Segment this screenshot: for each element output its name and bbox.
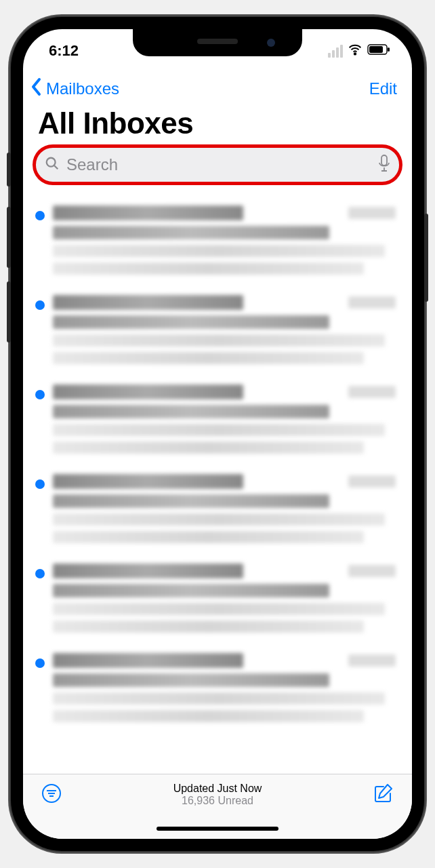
- email-list[interactable]: [23, 192, 412, 839]
- email-row[interactable]: [23, 196, 412, 285]
- volume-up-button: [7, 207, 11, 268]
- redacted-text: [53, 474, 243, 489]
- unread-dot-icon: [35, 300, 45, 310]
- svg-point-0: [354, 53, 356, 54]
- back-label: Mailboxes: [46, 79, 119, 98]
- toolbar-status-area: Updated Just Now 16,936 Unread: [173, 783, 262, 807]
- redacted-text: [53, 564, 243, 578]
- redacted-text: [53, 710, 364, 722]
- email-row[interactable]: [23, 554, 412, 644]
- email-row[interactable]: [23, 465, 412, 554]
- battery-icon: [367, 44, 390, 58]
- mute-switch: [7, 153, 11, 186]
- power-button: [424, 214, 428, 302]
- redacted-text: [53, 673, 329, 687]
- svg-point-4: [47, 158, 56, 167]
- redacted-text: [53, 315, 329, 329]
- search-bar[interactable]: [35, 147, 400, 182]
- chevron-left-icon: [30, 77, 46, 101]
- redacted-text: [53, 653, 243, 668]
- redacted-text: [53, 620, 364, 633]
- email-row[interactable]: [23, 285, 412, 375]
- edit-button[interactable]: Edit: [369, 79, 397, 98]
- toolbar-unread-count: 16,936 Unread: [173, 795, 262, 807]
- redacted-text: [53, 584, 329, 597]
- svg-line-5: [54, 165, 58, 169]
- redacted-text: [53, 531, 364, 543]
- notch-speaker: [197, 39, 238, 44]
- redacted-text: [348, 654, 396, 667]
- redacted-text: [348, 207, 396, 219]
- redacted-text: [348, 565, 396, 577]
- redacted-text: [348, 296, 396, 309]
- redacted-text: [53, 295, 243, 310]
- redacted-text: [53, 205, 243, 220]
- unread-dot-icon: [35, 479, 45, 489]
- search-input[interactable]: [66, 155, 371, 174]
- unread-dot-icon: [35, 211, 45, 220]
- redacted-text: [53, 494, 329, 508]
- microphone-icon[interactable]: [378, 155, 390, 175]
- nav-bar: Mailboxes Edit: [23, 68, 412, 106]
- notch: [133, 29, 302, 56]
- redacted-text: [53, 692, 385, 705]
- cellular-signal-icon: [328, 45, 343, 58]
- unread-dot-icon: [35, 658, 45, 668]
- volume-down-button: [7, 281, 11, 342]
- search-wrapper: [23, 147, 412, 192]
- compose-button[interactable]: [373, 783, 394, 807]
- redacted-text: [53, 245, 385, 257]
- content-area: Mailboxes Edit All Inboxes: [23, 29, 412, 839]
- redacted-text: [53, 424, 385, 436]
- unread-dot-icon: [35, 569, 45, 578]
- email-row[interactable]: [23, 375, 412, 465]
- redacted-text: [53, 262, 364, 275]
- home-indicator[interactable]: [157, 827, 278, 831]
- redacted-text: [53, 441, 364, 454]
- redacted-text: [53, 384, 243, 399]
- redacted-text: [53, 513, 385, 526]
- svg-rect-3: [388, 47, 390, 52]
- redacted-text: [53, 603, 385, 615]
- redacted-text: [53, 334, 385, 347]
- back-button[interactable]: Mailboxes: [30, 77, 119, 101]
- filter-button[interactable]: [41, 783, 62, 807]
- search-icon: [45, 156, 60, 174]
- status-time: 6:12: [49, 42, 79, 60]
- status-icons: [328, 42, 390, 60]
- redacted-text: [348, 475, 396, 488]
- unread-dot-icon: [35, 390, 45, 399]
- email-row[interactable]: [23, 644, 412, 733]
- redacted-text: [53, 226, 329, 239]
- wifi-icon: [348, 42, 362, 60]
- redacted-text: [53, 405, 329, 418]
- screen: 6:12: [23, 29, 412, 839]
- front-camera: [267, 39, 275, 47]
- svg-rect-2: [369, 46, 383, 53]
- redacted-text: [53, 352, 364, 364]
- page-title: All Inboxes: [23, 106, 412, 147]
- toolbar-status: Updated Just Now: [173, 783, 262, 795]
- svg-rect-6: [381, 155, 387, 165]
- redacted-text: [348, 386, 396, 398]
- phone-frame: 6:12: [11, 17, 424, 851]
